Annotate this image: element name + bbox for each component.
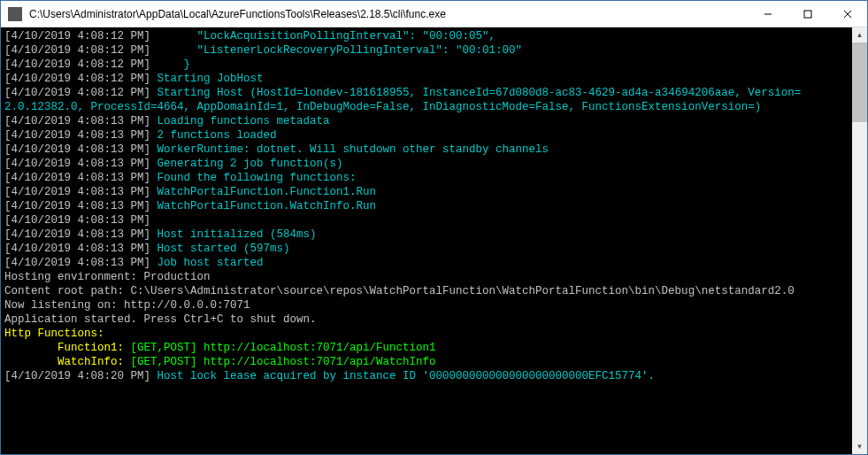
titlebar[interactable]: C:\Users\Administrator\AppData\Local\Azu…	[1, 1, 867, 27]
console-line: 2.0.12382.0, ProcessId=4664, AppDomainId…	[4, 100, 864, 114]
console-output[interactable]: [4/10/2019 4:08:12 PM] "LockAcquisitionP…	[1, 27, 867, 454]
console-line: [4/10/2019 4:08:12 PM] Starting JobHost	[4, 72, 864, 86]
console-line: Content root path: C:\Users\Administrato…	[4, 284, 864, 298]
console-line: [4/10/2019 4:08:13 PM] Loading functions…	[4, 114, 864, 128]
scroll-track[interactable]	[852, 42, 867, 439]
minimize-button[interactable]	[748, 1, 787, 27]
console-line: [4/10/2019 4:08:13 PM] Host initialized …	[4, 228, 864, 242]
scrollbar[interactable]: ▲ ▼	[852, 27, 867, 454]
console-line: [4/10/2019 4:08:13 PM] 2 functions loade…	[4, 128, 864, 143]
http-function-line: WatchInfo: [GET,POST] http://localhost:7…	[4, 355, 864, 369]
app-icon	[8, 7, 22, 21]
console-line: [4/10/2019 4:08:12 PM] "LockAcquisitionP…	[4, 29, 864, 43]
window-controls	[748, 1, 867, 27]
console-line: [4/10/2019 4:08:13 PM]	[4, 213, 864, 228]
console-line: [4/10/2019 4:08:12 PM] }	[4, 58, 864, 72]
console-line: Now listening on: http://0.0.0.0:7071	[4, 298, 864, 312]
console-line: [4/10/2019 4:08:20 PM] Host lock lease a…	[4, 369, 864, 383]
window-title: C:\Users\Administrator\AppData\Local\Azu…	[29, 8, 748, 20]
console-line: Application started. Press Ctrl+C to shu…	[4, 312, 864, 327]
console-line: [4/10/2019 4:08:12 PM] Starting Host (Ho…	[4, 86, 864, 100]
console-line: [4/10/2019 4:08:13 PM] Job host started	[4, 256, 864, 270]
http-function-line: Function1: [GET,POST] http://localhost:7…	[4, 341, 864, 355]
console-line: [4/10/2019 4:08:13 PM] WatchPortalFuncti…	[4, 199, 864, 213]
maximize-button[interactable]	[787, 1, 827, 27]
console-line: [4/10/2019 4:08:13 PM] WatchPortalFuncti…	[4, 185, 864, 199]
console-line: Http Functions:	[4, 327, 864, 341]
scroll-thumb[interactable]	[852, 42, 867, 122]
console-line: Hosting environment: Production	[4, 270, 864, 284]
svg-rect-1	[804, 11, 811, 18]
console-line: [4/10/2019 4:08:13 PM] Host started (597…	[4, 242, 864, 256]
console-line: [4/10/2019 4:08:13 PM] Found the followi…	[4, 171, 864, 185]
console-line: [4/10/2019 4:08:12 PM] "ListenerLockReco…	[4, 43, 864, 58]
console-container: [4/10/2019 4:08:12 PM] "LockAcquisitionP…	[1, 27, 867, 454]
close-button[interactable]	[827, 1, 867, 27]
scroll-up-arrow[interactable]: ▲	[852, 27, 867, 42]
console-line: [4/10/2019 4:08:13 PM] WorkerRuntime: do…	[4, 143, 864, 157]
console-line: [4/10/2019 4:08:13 PM] Generating 2 job …	[4, 157, 864, 171]
scroll-down-arrow[interactable]: ▼	[852, 439, 867, 454]
